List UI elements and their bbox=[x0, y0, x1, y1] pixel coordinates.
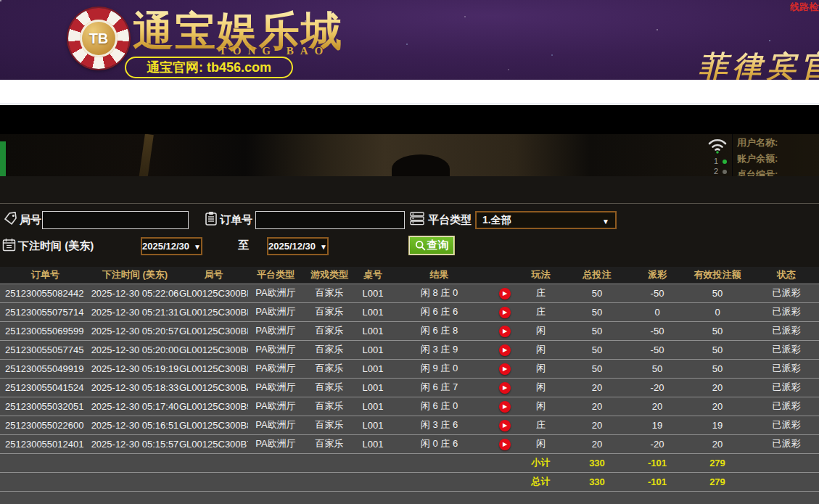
cell-total-bet: 50 bbox=[561, 321, 633, 340]
cell-status: 已派彩 bbox=[754, 321, 819, 340]
cell-replay: ▶ bbox=[488, 416, 521, 434]
cell-valid-bet: 50 bbox=[681, 321, 754, 340]
cell-platform: PA欧洲厅 bbox=[248, 340, 303, 359]
video-green-marker bbox=[0, 141, 6, 176]
bet-record-row: 251230055032051 2025-12-30 05:17:40 GL00… bbox=[0, 397, 819, 416]
platform-type-select[interactable]: 1.全部 bbox=[475, 211, 617, 229]
cell-platform: PA欧洲厅 bbox=[248, 378, 303, 397]
order-no-input[interactable] bbox=[255, 211, 405, 229]
cell-payout: -20 bbox=[633, 434, 681, 453]
total-total-bet: 330 bbox=[561, 472, 633, 491]
cell-round-id: GL00125C300B7 bbox=[179, 434, 248, 453]
cell-total-bet: 50 bbox=[561, 284, 633, 302]
cell-replay: ▶ bbox=[488, 321, 521, 340]
video-info-panel: 1 2 用户名称: 账户余额: 桌台编号: bbox=[732, 134, 819, 176]
tag-icon bbox=[4, 212, 17, 226]
dropdown-arrow-icon bbox=[316, 241, 327, 252]
subtotal-total-bet: 330 bbox=[561, 453, 633, 472]
total-payout: -101 bbox=[633, 472, 681, 491]
cell-play: 闲 bbox=[521, 434, 561, 453]
replay-play-icon[interactable]: ▶ bbox=[499, 363, 511, 375]
replay-play-icon[interactable]: ▶ bbox=[499, 326, 511, 337]
cell-platform: PA欧洲厅 bbox=[248, 284, 303, 302]
date-from-value: 2025/12/30 bbox=[142, 241, 189, 252]
line-option-1[interactable]: 1 bbox=[714, 156, 727, 166]
date-to-value: 2025/12/30 bbox=[268, 241, 316, 252]
platform-stack-icon bbox=[410, 212, 424, 226]
cell-result: 闲 6 庄 7 bbox=[390, 378, 488, 397]
cell-result: 闲 0 庄 6 bbox=[390, 434, 488, 453]
cell-result: 闲 6 庄 0 bbox=[390, 397, 488, 416]
logo-monogram: TB bbox=[80, 20, 118, 57]
cell-replay: ▶ bbox=[488, 359, 521, 378]
cell-payout: -50 bbox=[633, 340, 681, 359]
cell-game-type: 百家乐 bbox=[303, 359, 355, 378]
cell-valid-bet: 50 bbox=[681, 359, 754, 378]
cell-order-id: 251230055069599 bbox=[0, 321, 91, 340]
cell-total-bet: 20 bbox=[561, 378, 633, 397]
cell-play: 庄 bbox=[521, 302, 561, 321]
line-option-2[interactable]: 2 bbox=[714, 166, 727, 176]
bet-table-body: 251230055082442 2025-12-30 05:22:06 GL00… bbox=[0, 284, 819, 453]
line-1-status-dot bbox=[723, 160, 727, 164]
grand-total-row: 总计 330 -101 279 bbox=[0, 472, 819, 491]
cell-game-type: 百家乐 bbox=[303, 378, 355, 397]
bet-record-row: 251230055041524 2025-12-30 05:18:33 GL00… bbox=[0, 378, 819, 397]
cell-total-bet: 50 bbox=[561, 340, 633, 359]
cell-play: 闲 bbox=[521, 340, 561, 359]
cell-order-id: 251230055082442 bbox=[0, 284, 91, 302]
table-no-label: 桌台编号: bbox=[737, 168, 778, 176]
replay-play-icon[interactable]: ▶ bbox=[499, 420, 511, 431]
cell-valid-bet: 50 bbox=[681, 340, 754, 359]
replay-play-icon[interactable]: ▶ bbox=[499, 401, 511, 413]
cell-status: 已派彩 bbox=[754, 434, 819, 453]
cell-play: 闲 bbox=[521, 378, 561, 397]
replay-play-icon[interactable]: ▶ bbox=[499, 439, 511, 450]
cell-order-id: 251230055041524 bbox=[0, 378, 91, 397]
cell-round-id: GL00125C300BD bbox=[179, 321, 248, 340]
subtotal-row: 小计 330 -101 279 bbox=[0, 453, 819, 472]
replay-play-icon[interactable]: ▶ bbox=[499, 307, 511, 318]
table-filler-row bbox=[0, 491, 819, 504]
cell-valid-bet: 0 bbox=[681, 302, 754, 321]
cell-table-no: L001 bbox=[355, 284, 390, 302]
cell-round-id: GL00125C300BF bbox=[179, 284, 248, 302]
cell-replay: ▶ bbox=[488, 434, 521, 453]
cell-play: 庄 bbox=[521, 284, 561, 302]
col-status: 状态 bbox=[754, 267, 819, 284]
cell-table-no: L001 bbox=[355, 302, 390, 321]
cell-bet-time: 2025-12-30 05:15:57 bbox=[91, 434, 179, 453]
search-icon bbox=[415, 240, 426, 251]
col-platform: 平台类型 bbox=[248, 267, 303, 284]
bet-record-row: 251230055075714 2025-12-30 05:21:31 GL00… bbox=[0, 302, 819, 321]
replay-play-icon[interactable]: ▶ bbox=[499, 382, 511, 394]
col-round-id: 局号 bbox=[179, 267, 248, 284]
search-button[interactable]: 查询 bbox=[408, 236, 455, 255]
cell-payout: 0 bbox=[633, 302, 681, 321]
table-header-row: 订单号 下注时间 (美东) 局号 平台类型 游戏类型 桌号 结果 玩法 总投注 … bbox=[0, 267, 819, 284]
clipboard-icon bbox=[205, 211, 218, 226]
cell-order-id: 251230055075714 bbox=[0, 302, 91, 321]
cell-status: 已派彩 bbox=[754, 416, 819, 434]
cell-status: 已派彩 bbox=[754, 397, 819, 416]
round-no-input[interactable] bbox=[42, 211, 189, 229]
date-from-select[interactable]: 2025/12/30 bbox=[141, 237, 202, 255]
cell-payout: -50 bbox=[633, 321, 681, 340]
cell-round-id: GL00125C300BE bbox=[179, 302, 248, 321]
replay-play-icon[interactable]: ▶ bbox=[499, 344, 511, 356]
platform-type-label: 平台类型 bbox=[428, 213, 472, 227]
cell-status: 已派彩 bbox=[754, 378, 819, 397]
cell-play: 闲 bbox=[521, 321, 561, 340]
date-to-select[interactable]: 2025/12/30 bbox=[267, 237, 329, 255]
cell-payout: 50 bbox=[633, 359, 681, 378]
cell-replay: ▶ bbox=[488, 284, 521, 302]
line-check-link[interactable]: 线路检测 bbox=[790, 1, 819, 14]
search-button-label: 查询 bbox=[427, 239, 449, 252]
cell-table-no: L001 bbox=[355, 340, 390, 359]
cell-bet-time: 2025-12-30 05:19:19 bbox=[91, 359, 179, 378]
cell-valid-bet: 20 bbox=[681, 378, 754, 397]
replay-play-icon[interactable]: ▶ bbox=[499, 288, 511, 299]
nav-black-bar bbox=[0, 105, 819, 134]
live-video-strip: 1 2 用户名称: 账户余额: 桌台编号: bbox=[0, 134, 819, 176]
cell-result: 闲 3 庄 9 bbox=[390, 340, 488, 359]
